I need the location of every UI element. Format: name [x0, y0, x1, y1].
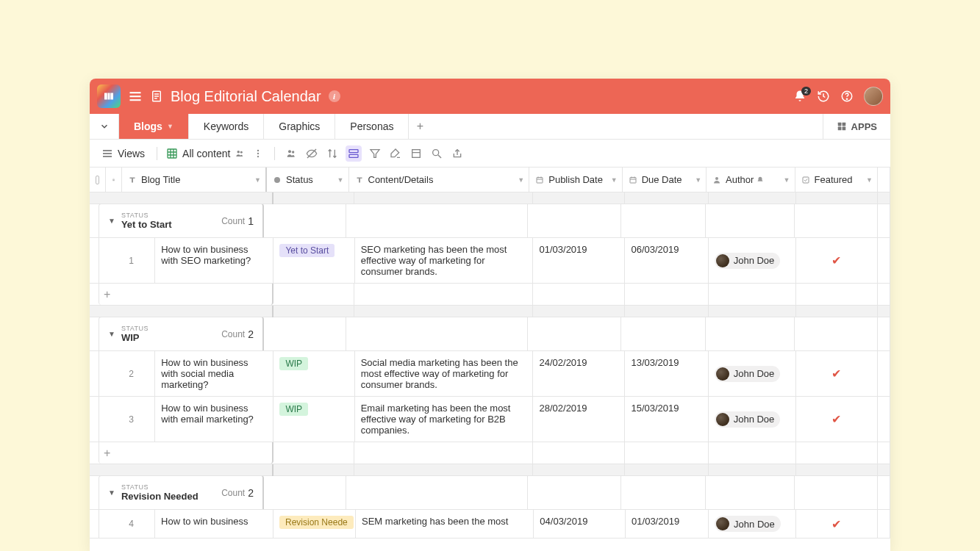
tab-personas[interactable]: Personas [335, 114, 409, 139]
group-icon[interactable] [346, 145, 362, 162]
chevron-down-icon[interactable]: ▼ [611, 176, 618, 184]
row-height-icon[interactable] [409, 146, 423, 161]
people-icon [235, 148, 245, 159]
cell-author[interactable]: John Doe [709, 351, 796, 396]
apps-button[interactable]: APPS [823, 114, 890, 139]
column-due-date[interactable]: Due Date ▼ [623, 168, 707, 192]
column-content[interactable]: Content/Details ▼ [349, 168, 530, 192]
svg-rect-35 [412, 149, 421, 157]
cell-title[interactable]: How to win business with SEO marketing? [155, 238, 273, 283]
group-status-label: STATUS [121, 212, 221, 219]
views-button[interactable]: Views [99, 145, 148, 162]
select-all-checkbox[interactable] [90, 168, 106, 192]
cell-featured[interactable]: ✔ [796, 351, 878, 396]
cell-publish-date[interactable]: 24/02/2019 [533, 351, 625, 396]
table-row[interactable]: 4 How to win business Revision Neede SEM… [90, 510, 890, 539]
author-avatar [716, 367, 729, 381]
cell-status[interactable]: WIP [273, 351, 354, 396]
cell-author[interactable]: John Doe [709, 510, 796, 538]
help-icon[interactable] [840, 90, 854, 103]
group-count: 1 [248, 215, 254, 227]
cell-content[interactable]: SEM marketing has been the most [356, 510, 534, 538]
chevron-down-icon[interactable]: ▼ [337, 176, 344, 184]
cell-status[interactable]: Yet to Start [273, 238, 354, 283]
tab-keywords[interactable]: Keywords [189, 114, 264, 139]
cell-due-date[interactable]: 01/03/2019 [626, 510, 709, 538]
svg-rect-2 [130, 99, 141, 101]
cell-title[interactable]: How to win business with social media ma… [155, 351, 273, 396]
user-avatar[interactable] [864, 87, 883, 106]
tab-graphics[interactable]: Graphics [264, 114, 335, 139]
cell-publish-date[interactable]: 28/02/2019 [533, 397, 625, 442]
cell-author[interactable]: John Doe [709, 238, 796, 283]
chevron-down-icon[interactable]: ▼ [254, 176, 261, 184]
tab-blogs[interactable]: Blogs ▼ [119, 114, 189, 139]
column-featured[interactable]: Featured ▼ [795, 168, 878, 192]
column-label: Blog Title [141, 174, 180, 185]
cell-due-date[interactable]: 06/03/2019 [625, 238, 708, 283]
cell-status[interactable]: WIP [273, 397, 354, 442]
add-row-button[interactable]: + [99, 442, 273, 464]
cell-title[interactable]: How to win business with email marketing… [155, 397, 273, 442]
more-icon[interactable] [251, 146, 265, 161]
group-collapse-button[interactable]: ▼ [108, 217, 115, 225]
cell-status[interactable]: Revision Neede [273, 510, 356, 538]
svg-rect-10 [842, 123, 845, 126]
history-icon[interactable] [817, 90, 830, 103]
view-name: All content [182, 148, 230, 159]
column-blog-title[interactable]: Blog Title ▼ [122, 168, 267, 192]
group-collapse-button[interactable]: ▼ [108, 489, 115, 497]
notifications-button[interactable]: 2 [793, 90, 806, 103]
document-icon[interactable] [150, 90, 163, 103]
column-publish-date[interactable]: Publish Date ▼ [529, 168, 622, 192]
add-row-button[interactable]: + [99, 284, 273, 305]
info-icon[interactable]: i [329, 90, 340, 102]
column-label: Status [286, 174, 313, 185]
cell-content[interactable]: Social media marketing has been the most… [355, 351, 534, 396]
app-logo[interactable] [97, 84, 121, 108]
hide-icon[interactable] [304, 146, 319, 161]
column-status[interactable]: Status ▼ [267, 168, 348, 192]
group-header: ▼ STATUS Revision Needed Count 2 [90, 476, 890, 510]
color-icon[interactable] [388, 146, 403, 161]
cell-featured[interactable]: ✔ [796, 397, 878, 442]
svg-point-8 [846, 98, 847, 99]
cell-title[interactable]: How to win business [155, 510, 273, 538]
chevron-down-icon[interactable]: ▼ [695, 176, 701, 184]
cell-publish-date[interactable]: 04/03/2019 [534, 510, 626, 538]
filter-icon[interactable] [368, 146, 382, 161]
chevron-down-icon[interactable]: ▼ [784, 176, 790, 184]
tab-label: Personas [350, 120, 393, 132]
table-row[interactable]: 2 How to win business with social media … [90, 351, 890, 397]
menu-icon[interactable] [128, 89, 143, 104]
sort-icon[interactable] [325, 146, 340, 161]
cell-due-date[interactable]: 13/03/2019 [625, 351, 708, 396]
cell-due-date[interactable]: 15/03/2019 [625, 397, 708, 442]
check-icon: ✔ [831, 517, 841, 531]
table-row[interactable]: 1 How to win business with SEO marketing… [90, 238, 890, 284]
row-number: 2 [99, 351, 155, 396]
cell-author[interactable]: John Doe [709, 397, 796, 442]
cell-publish-date[interactable]: 01/03/2019 [533, 238, 625, 283]
cell-featured[interactable]: ✔ [796, 510, 878, 538]
app-header: Blog Editorial Calendar i 2 [90, 79, 890, 114]
cell-content[interactable]: Email marketing has been the most effect… [355, 397, 534, 442]
svg-marker-33 [371, 149, 379, 157]
chevron-down-icon[interactable]: ▼ [866, 176, 873, 184]
tabs-collapse-button[interactable] [90, 114, 119, 139]
search-icon[interactable] [429, 146, 444, 161]
cell-featured[interactable]: ✔ [796, 238, 878, 283]
share-icon[interactable] [284, 146, 298, 161]
add-tab-button[interactable]: + [409, 114, 431, 139]
view-selector[interactable]: All content [166, 148, 245, 159]
export-icon[interactable] [450, 146, 465, 161]
group-collapse-button[interactable]: ▼ [108, 330, 115, 338]
chevron-down-icon[interactable]: ▼ [518, 176, 524, 184]
text-icon [355, 176, 364, 184]
column-label: Due Date [642, 174, 682, 185]
table-row[interactable]: 3 How to win business with email marketi… [90, 397, 890, 442]
cell-content[interactable]: SEO marketing has been the most effectiv… [355, 238, 534, 283]
svg-rect-40 [112, 179, 115, 181]
column-author[interactable]: Author ▼ [707, 168, 795, 192]
svg-rect-42 [537, 177, 543, 183]
